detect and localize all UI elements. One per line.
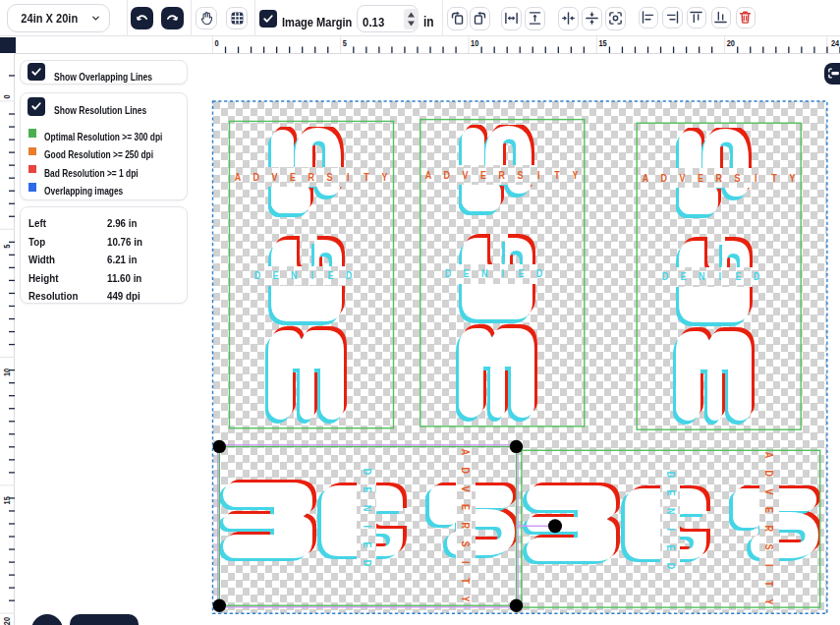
svg-text:15: 15 bbox=[1, 496, 12, 504]
svg-text:0: 0 bbox=[1, 94, 12, 98]
svg-text:20: 20 bbox=[1, 617, 12, 625]
svg-text:20: 20 bbox=[727, 38, 735, 49]
svg-text:10: 10 bbox=[1, 369, 12, 376]
svg-text:5: 5 bbox=[343, 38, 347, 49]
svg-text:24: 24 bbox=[831, 38, 839, 49]
svg-text:10: 10 bbox=[471, 38, 478, 49]
svg-text:0: 0 bbox=[214, 38, 218, 49]
svg-text:5: 5 bbox=[1, 244, 12, 248]
svg-text:15: 15 bbox=[598, 38, 606, 49]
